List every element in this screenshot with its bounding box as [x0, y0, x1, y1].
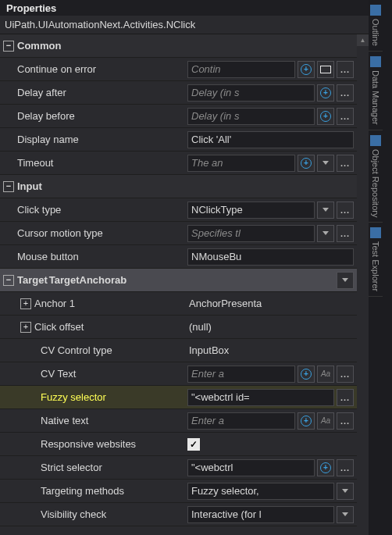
- plus-button[interactable]: [298, 366, 315, 383]
- ellipsis-button[interactable]: ...: [337, 412, 354, 430]
- plus-button[interactable]: [317, 84, 334, 102]
- prop-timeout: Timeout The an ...: [0, 152, 357, 175]
- dropdown-button[interactable]: [337, 272, 354, 289]
- ellipsis-button[interactable]: ...: [337, 61, 354, 78]
- prop-click-type: Click type NClickType ...: [0, 198, 357, 222]
- prop-display-name: Display name Click 'All': [0, 128, 357, 152]
- subcategory-target[interactable]: − Target TargetAnchorab: [0, 269, 357, 292]
- category-label: Common: [17, 40, 61, 52]
- prop-label: Cursor motion type: [17, 227, 187, 239]
- plus-button[interactable]: [298, 61, 315, 78]
- value-input[interactable]: Enter a: [187, 412, 295, 430]
- prop-strict-selector: Strict selector "<webctrl ...: [0, 456, 357, 480]
- dropdown-button[interactable]: [317, 202, 334, 219]
- dropdown-button[interactable]: [317, 225, 334, 242]
- ellipsis-button[interactable]: ...: [337, 366, 354, 383]
- expand-icon[interactable]: +: [20, 322, 31, 333]
- prop-visibility-check: Visibility check Interactive (for l: [0, 503, 357, 526]
- ellipsis-button[interactable]: ...: [337, 108, 354, 125]
- collapse-icon[interactable]: −: [3, 41, 14, 52]
- ellipsis-button[interactable]: ...: [337, 459, 354, 476]
- category-label: Target: [17, 274, 48, 286]
- panel-title: Properties: [6, 2, 56, 14]
- side-tab-object-repository[interactable]: Object Repository: [369, 130, 383, 223]
- ellipsis-button[interactable]: ...: [337, 202, 354, 219]
- tab-icon: [370, 227, 381, 238]
- value-input[interactable]: Delay (in s: [187, 84, 315, 102]
- prop-label: Strict selector: [41, 462, 187, 473]
- value-input[interactable]: "<webctrl: [187, 459, 315, 476]
- side-tab-outline[interactable]: Outline: [369, 0, 383, 52]
- prop-label: Click offset: [34, 321, 187, 333]
- side-tab-data-manager[interactable]: Data Manager: [369, 52, 383, 130]
- prop-cv-control-type: CV Control type InputBox: [0, 339, 357, 362]
- ellipsis-button[interactable]: ...: [337, 84, 354, 102]
- prop-label: Click type: [17, 204, 187, 216]
- plus-button[interactable]: [298, 412, 315, 430]
- dropdown-button[interactable]: [337, 506, 354, 523]
- prop-label: Continue on error: [17, 63, 187, 75]
- font-button[interactable]: Aa: [317, 366, 334, 383]
- prop-label: Responsive websites: [41, 438, 187, 450]
- ellipsis-button[interactable]: ...: [337, 155, 354, 172]
- value-input[interactable]: Interactive (for l: [187, 506, 334, 523]
- prop-cv-text: CV Text Enter a Aa ...: [0, 362, 357, 386]
- value-input[interactable]: Fuzzy selector,: [187, 483, 334, 500]
- ellipsis-button[interactable]: ...: [337, 389, 354, 406]
- toggle-button[interactable]: [317, 61, 334, 78]
- prop-label: CV Control type: [41, 344, 187, 356]
- ellipsis-button[interactable]: ...: [337, 225, 354, 242]
- value-input[interactable]: Enter a: [187, 366, 295, 383]
- plus-button[interactable]: [298, 155, 315, 172]
- prop-label: CV Text: [41, 368, 187, 380]
- prop-label: Targeting methods: [41, 485, 187, 497]
- value-input[interactable]: The an: [187, 155, 295, 172]
- category-label: Input: [17, 180, 42, 192]
- prop-native-text: Native text Enter a Aa ...: [0, 409, 357, 433]
- prop-mouse-button: Mouse button NMouseBu: [0, 245, 357, 269]
- value-input[interactable]: "<webctrl id=: [187, 389, 334, 406]
- prop-value: (null): [187, 321, 354, 333]
- vertical-scrollbar[interactable]: ▲: [357, 34, 369, 534]
- collapse-icon[interactable]: −: [3, 181, 14, 192]
- prop-targeting-methods: Targeting methods Fuzzy selector,: [0, 480, 357, 503]
- prop-responsive-websites: Responsive websites ✓: [0, 433, 357, 456]
- expand-icon[interactable]: +: [20, 298, 31, 309]
- collapse-icon[interactable]: −: [3, 275, 14, 286]
- value-input[interactable]: Specifies tl: [187, 225, 315, 242]
- value-input[interactable]: Delay (in s: [187, 108, 315, 125]
- dropdown-button[interactable]: [337, 483, 354, 500]
- prop-label: Delay before: [17, 110, 187, 122]
- scroll-up-button[interactable]: ▲: [357, 34, 369, 46]
- properties-content: − Common Continue on error Contin ... De…: [0, 34, 369, 526]
- value-input[interactable]: NClickType: [187, 202, 315, 219]
- plus-button[interactable]: [317, 108, 334, 125]
- tab-icon: [370, 5, 381, 16]
- prop-label: Delay after: [17, 87, 187, 98]
- side-tab-test-explorer[interactable]: Test Explorer: [369, 223, 383, 297]
- font-button[interactable]: Aa: [317, 412, 334, 430]
- category-common[interactable]: − Common: [0, 34, 357, 58]
- prop-label: Display name: [17, 134, 187, 145]
- prop-label: Fuzzy selector: [41, 391, 187, 403]
- tab-icon: [370, 135, 381, 146]
- checkbox[interactable]: ✓: [187, 438, 200, 451]
- panel-title-bar: Properties: [0, 0, 369, 16]
- category-input[interactable]: − Input: [0, 175, 357, 198]
- prop-delay-before: Delay before Delay (in s ...: [0, 105, 357, 128]
- prop-anchor-1: + Anchor 1 AnchorPresenta: [0, 292, 357, 316]
- prop-label: Visibility check: [41, 508, 187, 520]
- side-tab-strip: Outline Data Manager Object Repository T…: [369, 0, 392, 535]
- plus-button[interactable]: [317, 459, 334, 476]
- activity-class-path: UiPath.UIAutomationNext.Activities.NClic…: [0, 16, 369, 34]
- value-input[interactable]: Contin: [187, 61, 295, 78]
- prop-label: Timeout: [17, 157, 187, 169]
- value-input[interactable]: NMouseBu: [187, 248, 354, 266]
- prop-click-offset: + Click offset (null): [0, 316, 357, 339]
- properties-panel: Properties UiPath.UIAutomationNext.Activ…: [0, 0, 369, 535]
- prop-continue-on-error: Continue on error Contin ...: [0, 58, 357, 81]
- target-value: TargetAnchorab: [48, 274, 334, 286]
- value-input[interactable]: Click 'All': [187, 131, 354, 148]
- prop-value: InputBox: [187, 344, 354, 356]
- dropdown-button[interactable]: [317, 155, 334, 172]
